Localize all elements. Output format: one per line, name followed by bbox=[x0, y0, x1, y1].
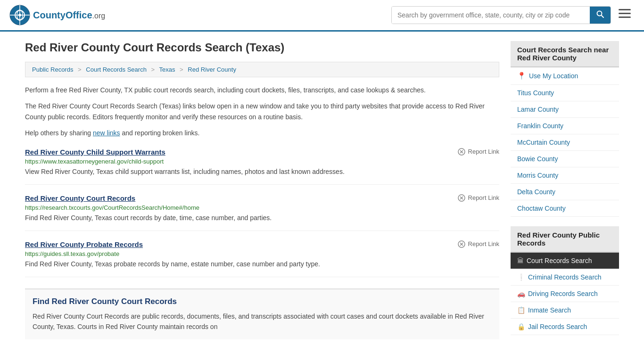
breadcrumb-court-records[interactable]: Court Records Search bbox=[86, 66, 147, 73]
pr-driving-link[interactable]: 🚗 Driving Records Search bbox=[511, 286, 619, 302]
pr-driving-label: Driving Records Search bbox=[528, 290, 598, 297]
use-location-label: Use My Location bbox=[529, 72, 578, 80]
hamburger-icon bbox=[619, 9, 631, 18]
nearby-section: Court Records Search near Red River Coun… bbox=[511, 41, 619, 217]
clipboard-icon: 📋 bbox=[517, 306, 525, 314]
description-3: Help others by sharing new links and rep… bbox=[25, 128, 499, 138]
breadcrumb: Public Records > Court Records Search > … bbox=[25, 62, 499, 77]
exclaim-icon: ❕ bbox=[517, 273, 525, 281]
record-item-1: Red River County Court Records Report Li… bbox=[25, 194, 499, 231]
report-icon-2 bbox=[458, 240, 465, 248]
nearby-delta-link[interactable]: Delta County bbox=[511, 184, 619, 200]
page-container: Red River County Court Records Search (T… bbox=[16, 32, 628, 354]
desc3-post: and reporting broken links. bbox=[120, 129, 200, 137]
courthouse-icon: 🏛 bbox=[517, 257, 524, 264]
breadcrumb-texas[interactable]: Texas bbox=[159, 66, 175, 73]
pr-court-records-link[interactable]: 🏛 Court Records Search bbox=[511, 253, 619, 269]
svg-rect-9 bbox=[619, 13, 631, 14]
pr-criminal: ❕ Criminal Records Search bbox=[511, 269, 619, 286]
record-url-1: https://research.txcourts.gov/CourtRecor… bbox=[25, 204, 499, 211]
car-icon: 🚗 bbox=[517, 290, 525, 297]
record-desc-2: Find Red River County, Texas probate rec… bbox=[25, 259, 499, 269]
location-pin-icon: 📍 bbox=[517, 72, 526, 80]
svg-line-7 bbox=[602, 16, 604, 18]
nearby-mccurtain-link[interactable]: McCurtain County bbox=[511, 134, 619, 150]
logo-icon bbox=[9, 5, 30, 25]
desc3-pre: Help others by sharing bbox=[25, 129, 93, 137]
report-link-btn-0[interactable]: Report Link bbox=[458, 148, 499, 156]
nearby-morris-link[interactable]: Morris County bbox=[511, 167, 619, 183]
find-section: Find Red River County Court Records Red … bbox=[25, 288, 499, 340]
use-location-item: 📍 Use My Location bbox=[511, 67, 619, 85]
pr-court-records-label: Court Records Search bbox=[527, 257, 592, 264]
record-url-2: https://guides.sll.texas.gov/probate bbox=[25, 250, 499, 257]
record-desc-0: View Red River County, Texas child suppo… bbox=[25, 167, 499, 177]
pr-jail: 🔒 Jail Records Search bbox=[511, 319, 619, 335]
breadcrumb-public-records[interactable]: Public Records bbox=[32, 66, 73, 73]
record-items-container: Red River County Child Support Warrants … bbox=[25, 148, 499, 277]
pr-criminal-link[interactable]: ❕ Criminal Records Search bbox=[511, 269, 619, 285]
search-box bbox=[391, 6, 611, 24]
report-icon-1 bbox=[458, 194, 465, 202]
breadcrumb-red-river[interactable]: Red River County bbox=[188, 66, 236, 73]
pr-inmate-link[interactable]: 📋 Inmate Search bbox=[511, 302, 619, 318]
sidebar: Court Records Search near Red River Coun… bbox=[511, 41, 619, 345]
page-title: Red River County Court Records Search (T… bbox=[25, 41, 499, 54]
nearby-bowie: Bowie County bbox=[511, 151, 619, 167]
pr-jail-link[interactable]: 🔒 Jail Records Search bbox=[511, 319, 619, 335]
record-title-link-0[interactable]: Red River County Child Support Warrants bbox=[25, 148, 165, 156]
search-input[interactable] bbox=[392, 7, 590, 24]
record-item-2: Red River County Probate Records Report … bbox=[25, 240, 499, 277]
pr-driving: 🚗 Driving Records Search bbox=[511, 286, 619, 302]
breadcrumb-sep-1: > bbox=[78, 66, 82, 73]
nearby-delta: Delta County bbox=[511, 184, 619, 200]
nearby-franklin: Franklin County bbox=[511, 118, 619, 134]
description-2: The Red River County Court Records Searc… bbox=[25, 101, 499, 122]
search-icon bbox=[596, 10, 604, 18]
svg-rect-8 bbox=[619, 9, 631, 10]
nearby-titus: Titus County bbox=[511, 85, 619, 101]
record-url-0: https://www.texasattorneygeneral.gov/chi… bbox=[25, 158, 499, 165]
breadcrumb-sep-2: > bbox=[151, 66, 155, 73]
nearby-bowie-link[interactable]: Bowie County bbox=[511, 151, 619, 167]
svg-point-5 bbox=[18, 14, 21, 16]
nearby-choctaw: Choctaw County bbox=[511, 200, 619, 217]
public-records-section: Red River County Public Records 🏛 Court … bbox=[511, 226, 619, 335]
description-1: Perform a free Red River County, TX publ… bbox=[25, 85, 499, 95]
nearby-lamar: Lamar County bbox=[511, 101, 619, 118]
nearby-list: 📍 Use My Location Titus County Lamar Cou… bbox=[511, 67, 619, 217]
logo-text: CountyOffice.org bbox=[33, 10, 105, 21]
nearby-heading: Court Records Search near Red River Coun… bbox=[511, 41, 619, 67]
report-icon-0 bbox=[458, 148, 465, 156]
logo-area: CountyOffice.org bbox=[9, 5, 105, 25]
site-header: CountyOffice.org bbox=[0, 0, 644, 32]
search-button[interactable] bbox=[590, 7, 611, 24]
nearby-lamar-link[interactable]: Lamar County bbox=[511, 101, 619, 117]
find-section-desc: Red River County Court Records are publi… bbox=[33, 311, 492, 332]
pr-court-records: 🏛 Court Records Search bbox=[511, 253, 619, 269]
search-area bbox=[391, 6, 635, 24]
find-section-title: Find Red River County Court Records bbox=[33, 297, 492, 306]
record-title-link-2[interactable]: Red River County Probate Records bbox=[25, 240, 143, 248]
svg-rect-10 bbox=[619, 16, 631, 18]
lock-icon: 🔒 bbox=[517, 323, 525, 330]
main-content: Red River County Court Records Search (T… bbox=[25, 41, 499, 345]
nearby-morris: Morris County bbox=[511, 167, 619, 184]
public-records-heading: Red River County Public Records bbox=[511, 226, 619, 253]
nearby-titus-link[interactable]: Titus County bbox=[511, 85, 619, 101]
nearby-choctaw-link[interactable]: Choctaw County bbox=[511, 200, 619, 216]
record-desc-1: Find Red River County, Texas court recor… bbox=[25, 213, 499, 223]
menu-button[interactable] bbox=[615, 7, 635, 23]
pr-inmate: 📋 Inmate Search bbox=[511, 302, 619, 319]
new-links-link[interactable]: new links bbox=[93, 129, 120, 137]
record-title-link-1[interactable]: Red River County Court Records bbox=[25, 194, 135, 202]
pr-criminal-label: Criminal Records Search bbox=[528, 273, 602, 281]
nearby-franklin-link[interactable]: Franklin County bbox=[511, 118, 619, 134]
report-link-btn-1[interactable]: Report Link bbox=[458, 194, 499, 202]
public-records-list: 🏛 Court Records Search ❕ Criminal Record… bbox=[511, 253, 619, 335]
report-link-btn-2[interactable]: Report Link bbox=[458, 240, 499, 248]
record-item-0: Red River County Child Support Warrants … bbox=[25, 148, 499, 185]
pr-jail-label: Jail Records Search bbox=[528, 323, 587, 330]
use-location-link[interactable]: 📍 Use My Location bbox=[511, 67, 619, 84]
pr-inmate-label: Inmate Search bbox=[528, 306, 571, 314]
